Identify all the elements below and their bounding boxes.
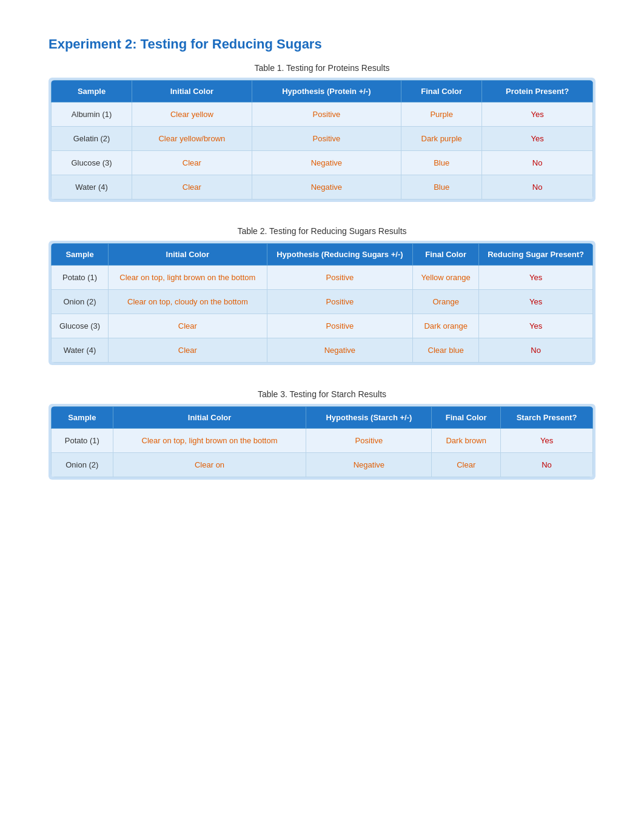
table3-wrapper: Sample Initial Color Hypothesis (Starch … xyxy=(49,404,595,480)
table-row: Onion (2)Clear on top, cloudy on the bot… xyxy=(52,290,593,314)
cell-final-color: Orange xyxy=(413,290,479,314)
cell-final-color: Dark orange xyxy=(413,314,479,338)
table2-header-initial-color: Initial Color xyxy=(109,244,267,266)
table3-header-row: Sample Initial Color Hypothesis (Starch … xyxy=(52,407,593,429)
cell-initial-color: Clear xyxy=(132,175,252,200)
cell-final-color: Blue xyxy=(401,151,482,175)
cell-sample: Water (4) xyxy=(52,175,132,200)
table2-header-row: Sample Initial Color Hypothesis (Reducin… xyxy=(52,244,593,266)
cell-result: Yes xyxy=(482,127,593,151)
cell-initial-color: Clear yellow/brown xyxy=(132,127,252,151)
cell-sample: Albumin (1) xyxy=(52,102,132,127)
table2-header-result: Reducing Sugar Present? xyxy=(479,244,593,266)
cell-result: Yes xyxy=(479,290,593,314)
table3-header-result: Starch Present? xyxy=(501,407,593,429)
cell-sample: Water (4) xyxy=(52,338,109,363)
table1-header-result: Protein Present? xyxy=(482,81,593,102)
cell-initial-color: Clear on xyxy=(113,453,306,477)
table-row: Water (4)ClearNegativeBlueNo xyxy=(52,175,593,200)
cell-sample: Glucose (3) xyxy=(52,151,132,175)
cell-initial-color: Clear on top, cloudy on the bottom xyxy=(109,290,267,314)
table1-section: Table 1. Testing for Proteins Results Sa… xyxy=(49,63,595,202)
table1-caption: Table 1. Testing for Proteins Results xyxy=(49,63,595,73)
table3-header-initial-color: Initial Color xyxy=(113,407,306,429)
cell-initial-color: Clear xyxy=(109,314,267,338)
cell-final-color: Dark purple xyxy=(401,127,482,151)
table-row: Gelatin (2)Clear yellow/brownPositiveDar… xyxy=(52,127,593,151)
table3-caption: Table 3. Testing for Starch Results xyxy=(49,389,595,399)
cell-sample: Potato (1) xyxy=(52,266,109,290)
table1-header-sample: Sample xyxy=(52,81,132,102)
table1-header-final-color: Final Color xyxy=(401,81,482,102)
table3-header-sample: Sample xyxy=(52,407,113,429)
cell-final-color: Clear xyxy=(432,453,501,477)
table2-header-sample: Sample xyxy=(52,244,109,266)
cell-sample: Onion (2) xyxy=(52,453,113,477)
cell-result: Yes xyxy=(482,102,593,127)
cell-sample: Onion (2) xyxy=(52,290,109,314)
cell-initial-color: Clear xyxy=(132,151,252,175)
cell-hypothesis: Negative xyxy=(252,175,401,200)
table3-header-final-color: Final Color xyxy=(432,407,501,429)
cell-hypothesis: Positive xyxy=(252,127,401,151)
table2-header-hypothesis: Hypothesis (Reducing Sugars +/-) xyxy=(267,244,413,266)
table-row: Water (4)ClearNegativeClear blueNo xyxy=(52,338,593,363)
cell-hypothesis: Negative xyxy=(306,453,432,477)
cell-hypothesis: Negative xyxy=(252,151,401,175)
cell-hypothesis: Positive xyxy=(252,102,401,127)
table-row: Albumin (1)Clear yellowPositivePurpleYes xyxy=(52,102,593,127)
cell-final-color: Purple xyxy=(401,102,482,127)
cell-hypothesis: Positive xyxy=(267,290,413,314)
table3-section: Table 3. Testing for Starch Results Samp… xyxy=(49,389,595,480)
cell-initial-color: Clear yellow xyxy=(132,102,252,127)
cell-final-color: Yellow orange xyxy=(413,266,479,290)
cell-final-color: Dark brown xyxy=(432,429,501,453)
table-row: Glucose (3)ClearPositiveDark orangeYes xyxy=(52,314,593,338)
table3: Sample Initial Color Hypothesis (Starch … xyxy=(51,406,593,477)
page-title: Experiment 2: Testing for Reducing Sugar… xyxy=(49,36,595,52)
table-row: Potato (1)Clear on top, light brown on t… xyxy=(52,266,593,290)
cell-result: Yes xyxy=(479,266,593,290)
cell-result: No xyxy=(479,338,593,363)
cell-sample: Potato (1) xyxy=(52,429,113,453)
cell-hypothesis: Positive xyxy=(306,429,432,453)
cell-result: No xyxy=(501,453,593,477)
table-row: Potato (1)Clear on top, light brown on t… xyxy=(52,429,593,453)
cell-initial-color: Clear xyxy=(109,338,267,363)
table2-header-final-color: Final Color xyxy=(413,244,479,266)
table1: Sample Initial Color Hypothesis (Protein… xyxy=(51,80,593,200)
cell-hypothesis: Positive xyxy=(267,314,413,338)
table2-caption: Table 2. Testing for Reducing Sugars Res… xyxy=(49,226,595,236)
cell-sample: Glucose (3) xyxy=(52,314,109,338)
cell-result: No xyxy=(482,175,593,200)
table1-header-hypothesis: Hypothesis (Protein +/-) xyxy=(252,81,401,102)
table1-wrapper: Sample Initial Color Hypothesis (Protein… xyxy=(49,78,595,202)
cell-result: Yes xyxy=(501,429,593,453)
table1-header-initial-color: Initial Color xyxy=(132,81,252,102)
table-row: Onion (2)Clear onNegativeClearNo xyxy=(52,453,593,477)
table1-header-row: Sample Initial Color Hypothesis (Protein… xyxy=(52,81,593,102)
table2-section: Table 2. Testing for Reducing Sugars Res… xyxy=(49,226,595,365)
cell-hypothesis: Positive xyxy=(267,266,413,290)
cell-result: Yes xyxy=(479,314,593,338)
cell-result: No xyxy=(482,151,593,175)
cell-initial-color: Clear on top, light brown on the bottom xyxy=(109,266,267,290)
table2-wrapper: Sample Initial Color Hypothesis (Reducin… xyxy=(49,241,595,365)
table-row: Glucose (3)ClearNegativeBlueNo xyxy=(52,151,593,175)
cell-hypothesis: Negative xyxy=(267,338,413,363)
table2: Sample Initial Color Hypothesis (Reducin… xyxy=(51,243,593,363)
cell-final-color: Clear blue xyxy=(413,338,479,363)
cell-initial-color: Clear on top, light brown on the bottom xyxy=(113,429,306,453)
cell-final-color: Blue xyxy=(401,175,482,200)
cell-sample: Gelatin (2) xyxy=(52,127,132,151)
table3-header-hypothesis: Hypothesis (Starch +/-) xyxy=(306,407,432,429)
